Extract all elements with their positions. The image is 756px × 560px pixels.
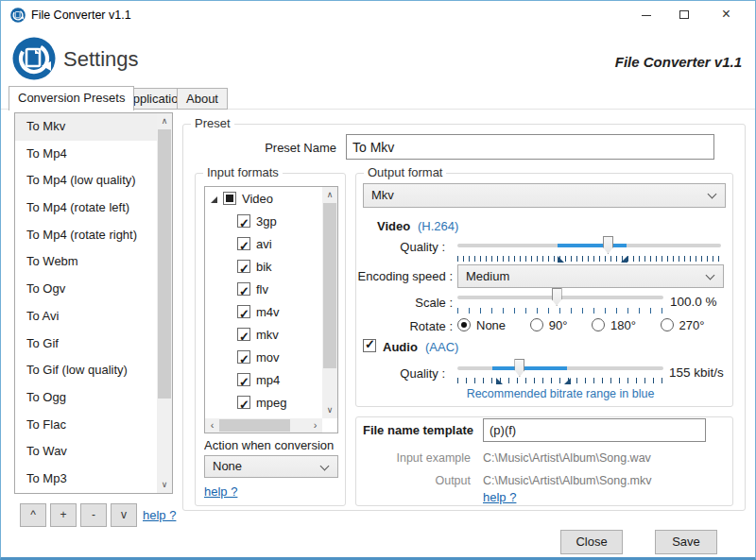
title-bar[interactable]: File Converter v1.1 × (1, 1, 755, 29)
rotate-radio[interactable] (661, 318, 674, 331)
preset-list-item[interactable]: To Gif (low quality) (15, 357, 158, 384)
rotate-label: Rotate : (322, 319, 453, 333)
minimize-icon[interactable] (627, 1, 665, 29)
action-dropdown[interactable]: None (204, 455, 338, 478)
scroll-up-icon[interactable]: ∧ (157, 113, 172, 129)
output-format-group-label: Output format (364, 165, 446, 179)
scale-ticks (457, 308, 663, 314)
range-end-marker (621, 256, 627, 263)
format-tree-item[interactable]: mov (205, 347, 337, 369)
format-checkbox[interactable] (237, 260, 250, 273)
file-name-help-link[interactable]: help ? (483, 490, 516, 504)
tree-horizontal-scrollbar[interactable]: ‹ › (205, 418, 322, 433)
format-tree-item[interactable]: avi (205, 233, 337, 256)
rotate-radio[interactable] (457, 318, 471, 331)
scrollbar-thumb[interactable] (219, 419, 290, 432)
close-button[interactable]: Close (560, 530, 623, 554)
scrollbar-thumb[interactable] (158, 129, 171, 399)
format-tree-item[interactable]: mp4 (205, 369, 337, 392)
remove-preset-button[interactable]: - (80, 503, 107, 527)
preset-list-item[interactable]: To Mp4 (rotate right) (15, 222, 158, 249)
format-tree-item[interactable]: bik (205, 256, 337, 279)
format-checkbox[interactable] (237, 305, 250, 318)
format-checkbox[interactable] (237, 350, 250, 364)
format-checkbox[interactable] (237, 282, 250, 296)
audio-enabled-checkbox[interactable] (363, 339, 376, 352)
tree-root-video[interactable]: Video (205, 187, 337, 211)
tab-about[interactable]: About (177, 88, 228, 110)
video-root-checkbox[interactable] (223, 192, 236, 205)
range-start-marker (558, 256, 564, 263)
maximize-icon[interactable] (665, 1, 703, 29)
input-example-label: Input example (352, 451, 471, 465)
video-quality-label: Quality : (355, 240, 445, 254)
audio-quality-slider[interactable] (457, 359, 663, 377)
scroll-down-icon[interactable]: ∨ (157, 477, 172, 493)
format-tree-item[interactable]: 3gp (205, 211, 337, 233)
file-name-template-input[interactable] (483, 418, 706, 442)
slider-thumb[interactable] (552, 288, 562, 306)
window-title: File Converter v1.1 (31, 8, 131, 22)
rotate-option[interactable]: 90° (530, 318, 568, 332)
tree-expander-icon[interactable] (211, 196, 217, 203)
encoding-speed-dropdown[interactable]: Medium (457, 264, 724, 288)
tab-conversion-presets[interactable]: Conversion Presets (9, 86, 134, 110)
format-checkbox[interactable] (237, 396, 250, 409)
format-checkbox[interactable] (237, 328, 250, 341)
format-checkbox[interactable] (237, 237, 250, 250)
preset-list-item[interactable]: To Mkv (15, 113, 158, 141)
preset-list-scrollbar[interactable]: ∧ ∨ (157, 113, 172, 493)
action-when-conversion-label: Action when conversion (204, 438, 344, 452)
rotate-option[interactable]: None (457, 318, 506, 332)
preset-list-item[interactable]: To Mp4 (rotate left) (15, 195, 158, 222)
input-formats-help-link[interactable]: help ? (204, 484, 237, 499)
rotate-radio[interactable] (592, 318, 605, 331)
slider-thumb[interactable] (514, 359, 524, 377)
presets-help-link[interactable]: help ? (143, 508, 176, 522)
scroll-right-icon[interactable]: › (308, 418, 322, 433)
video-quality-slider[interactable] (457, 236, 721, 254)
format-checkbox[interactable] (237, 214, 250, 228)
audio-quality-ticks (457, 378, 663, 383)
audio-section-label: Audio (383, 340, 418, 354)
preset-list-item[interactable]: To Flac (15, 412, 158, 439)
format-checkbox[interactable] (237, 373, 250, 386)
input-formats-tree: Video 3gp avi bik flv m4v mkv mov mp4 mp… (204, 186, 338, 433)
preset-list-item[interactable]: To Gif (15, 331, 158, 358)
preset-list-item[interactable]: To Ogv (15, 276, 158, 303)
file-converter-settings-window: File Converter v1.1 × Settings File Conv… (0, 0, 756, 560)
preset-list-item[interactable]: To Wav (15, 438, 158, 466)
move-preset-down-button[interactable]: v (111, 503, 137, 527)
format-tree-item[interactable]: mkv (205, 324, 337, 347)
preset-list-item[interactable]: To Avi (15, 303, 158, 331)
save-button[interactable]: Save (655, 530, 717, 554)
preset-list-item[interactable]: To Mp4 (15, 141, 158, 168)
video-codec-label: (H.264) (418, 219, 458, 233)
preset-name-input[interactable] (346, 134, 714, 160)
format-tree-item[interactable]: m4v (205, 301, 337, 324)
rotate-option[interactable]: 270° (661, 318, 705, 332)
format-tree-item[interactable]: mpeg (205, 392, 337, 415)
slider-thumb[interactable] (603, 236, 613, 254)
scrollbar-thumb[interactable] (323, 203, 336, 368)
scroll-up-icon[interactable]: ∧ (322, 187, 337, 203)
input-example-value: C:\Music\Artist\Album\Song.wav (483, 451, 651, 465)
audio-quality-label: Quality : (355, 366, 445, 381)
scroll-down-icon[interactable]: ∨ (322, 402, 337, 418)
add-preset-button[interactable]: + (50, 503, 77, 527)
audio-codec-label: (AAC) (425, 340, 458, 354)
close-icon[interactable]: × (705, 1, 747, 29)
rotate-option[interactable]: 180° (592, 318, 636, 332)
preset-list-item[interactable]: To Webm (15, 248, 158, 276)
format-tree-item[interactable]: flv (205, 279, 337, 301)
video-section-label: Video (377, 219, 410, 233)
move-preset-up-button[interactable]: ^ (20, 503, 46, 527)
scale-slider[interactable] (457, 288, 663, 306)
scroll-left-icon[interactable]: ‹ (205, 418, 219, 433)
preset-list-item[interactable]: To Mp4 (low quality) (15, 167, 158, 195)
preset-list-item[interactable]: To Ogg (15, 384, 158, 412)
encoding-speed-label: Encoding speed : (322, 269, 453, 283)
rotate-radio[interactable] (530, 318, 543, 331)
preset-list-item[interactable]: To Mp3 (15, 466, 158, 493)
output-format-dropdown[interactable]: Mkv (363, 183, 726, 208)
